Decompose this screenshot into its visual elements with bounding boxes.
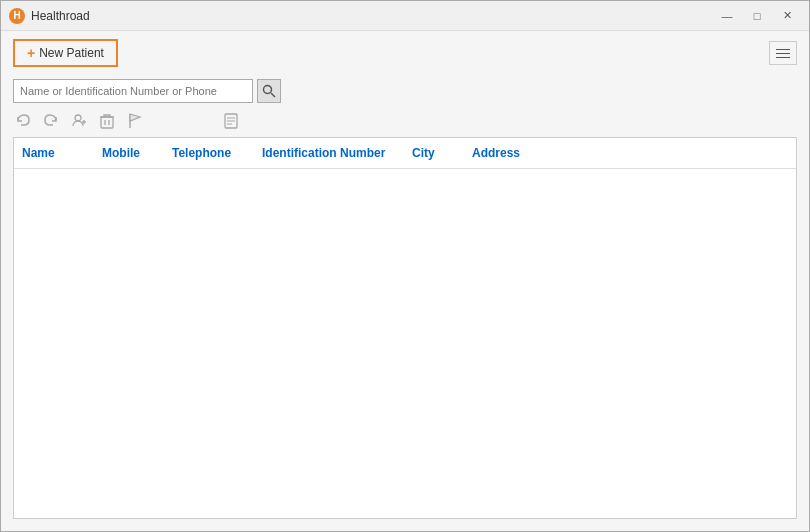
- menu-bar-line2: [776, 53, 790, 54]
- menu-button[interactable]: [769, 41, 797, 65]
- person-add-icon[interactable]: [69, 111, 89, 131]
- new-patient-button[interactable]: + New Patient: [13, 39, 118, 67]
- maximize-button[interactable]: □: [743, 6, 771, 26]
- search-button[interactable]: [257, 79, 281, 103]
- col-header-mobile[interactable]: Mobile: [102, 144, 172, 162]
- svg-line-1: [271, 93, 275, 97]
- delete-icon[interactable]: [97, 111, 117, 131]
- content-area: Name Mobile Telephone Identification Num…: [1, 137, 809, 531]
- col-header-id[interactable]: Identification Number: [262, 144, 412, 162]
- menu-bar-line1: [776, 49, 790, 50]
- table-body: [14, 169, 796, 515]
- document-icon[interactable]: [221, 111, 241, 131]
- col-header-city[interactable]: City: [412, 144, 472, 162]
- col-header-address[interactable]: Address: [472, 144, 788, 162]
- svg-rect-5: [101, 117, 113, 128]
- flag-icon[interactable]: [125, 111, 145, 131]
- redo-icon[interactable]: [41, 111, 61, 131]
- new-patient-label: New Patient: [39, 46, 104, 60]
- window-title: Healthroad: [31, 9, 90, 23]
- svg-point-2: [75, 115, 81, 121]
- undo-icon[interactable]: [13, 111, 33, 131]
- toolbar-area: + New Patient: [1, 31, 809, 75]
- svg-point-0: [264, 86, 272, 94]
- title-bar-controls: — □ ✕: [713, 6, 801, 26]
- main-window: H Healthroad — □ ✕ + New Patient: [0, 0, 810, 532]
- title-bar-left: H Healthroad: [9, 8, 90, 24]
- col-header-telephone[interactable]: Telephone: [172, 144, 262, 162]
- action-toolbar: [1, 109, 809, 137]
- close-button[interactable]: ✕: [773, 6, 801, 26]
- plus-icon: +: [27, 45, 35, 61]
- data-table: Name Mobile Telephone Identification Num…: [13, 137, 797, 519]
- menu-bar-line3: [776, 57, 790, 58]
- title-bar: H Healthroad — □ ✕: [1, 1, 809, 31]
- app-icon: H: [9, 8, 25, 24]
- search-input[interactable]: [13, 79, 253, 103]
- minimize-button[interactable]: —: [713, 6, 741, 26]
- col-header-name[interactable]: Name: [22, 144, 102, 162]
- table-header: Name Mobile Telephone Identification Num…: [14, 138, 796, 169]
- search-area: [1, 75, 809, 109]
- search-icon: [262, 84, 276, 98]
